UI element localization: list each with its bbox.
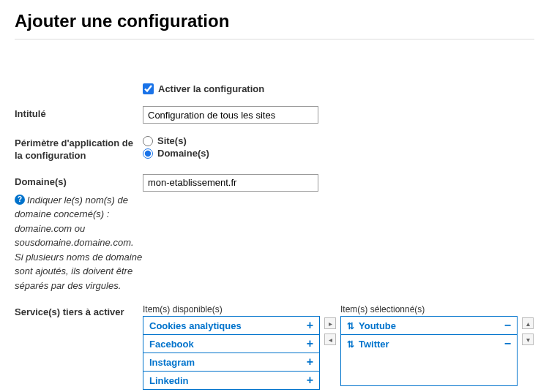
radio-site-label: Site(s) <box>157 135 187 146</box>
sort-icon: ⇅ <box>347 339 354 350</box>
radio-domaine-wrapper[interactable]: Domaine(s) <box>143 148 534 159</box>
perimeter-label: Périmètre d'application de la configurat… <box>15 135 143 162</box>
available-listbox: Cookies analytiques+ Facebook+ Instagram… <box>143 316 320 390</box>
activate-label: Activer la configuration <box>158 83 264 94</box>
domaines-label: Domaine(s) <box>15 176 67 187</box>
divider <box>15 39 534 39</box>
selected-title: Item(s) sélectionné(s) <box>340 304 518 314</box>
domaines-input[interactable] <box>143 174 318 192</box>
spacer <box>15 83 143 86</box>
activate-checkbox[interactable] <box>143 83 154 94</box>
radio-domaine-label: Domaine(s) <box>157 148 209 159</box>
list-item[interactable]: ⇅Youtube − <box>341 317 517 335</box>
radio-site-wrapper[interactable]: Site(s) <box>143 135 534 146</box>
minus-icon: − <box>504 338 511 350</box>
page-title: Ajouter une configuration <box>15 11 534 31</box>
move-right-button[interactable]: ▸ <box>324 317 336 329</box>
radio-domaine[interactable] <box>143 148 153 159</box>
domaines-help: ?Indiquer le(s) nom(s) de domaine concer… <box>15 193 143 293</box>
sort-icon: ⇅ <box>347 321 354 331</box>
list-item[interactable]: Linkedin+ <box>143 372 319 389</box>
list-item[interactable]: Instagram+ <box>143 353 319 372</box>
list-item[interactable]: Cookies analytiques+ <box>143 317 319 335</box>
move-left-button[interactable]: ◂ <box>324 333 336 345</box>
selected-listbox: ⇅Youtube − ⇅Twitter − <box>340 316 518 386</box>
services-label: Service(s) tiers à activer <box>15 304 143 319</box>
radio-site[interactable] <box>143 136 153 146</box>
plus-icon: + <box>307 374 313 386</box>
intitule-input[interactable] <box>143 106 318 124</box>
plus-icon: + <box>307 338 313 350</box>
move-up-button[interactable]: ▴ <box>522 317 534 329</box>
minus-icon: − <box>504 320 511 331</box>
list-item[interactable]: ⇅Twitter − <box>341 335 517 353</box>
intitule-label: Intitulé <box>15 106 143 121</box>
move-down-button[interactable]: ▾ <box>522 333 534 345</box>
list-item[interactable]: Facebook+ <box>143 335 319 353</box>
plus-icon: + <box>307 320 313 331</box>
help-icon: ? <box>15 195 25 205</box>
available-title: Item(s) disponible(s) <box>143 304 320 314</box>
plus-icon: + <box>307 356 313 368</box>
